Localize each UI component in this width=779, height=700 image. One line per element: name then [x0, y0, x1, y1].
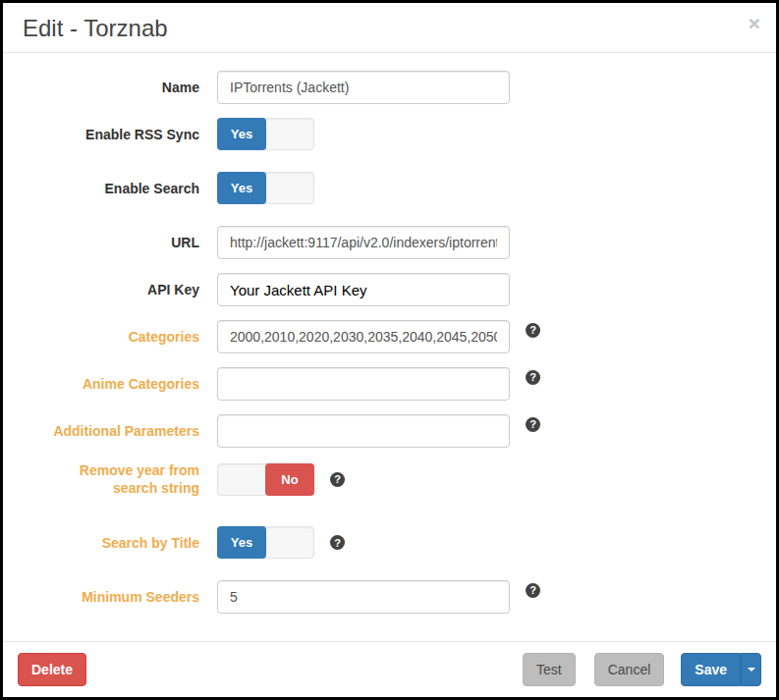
- minimum-seeders-input[interactable]: [217, 580, 510, 614]
- minimum-seeders-help-icon[interactable]: ?: [526, 583, 540, 598]
- save-button[interactable]: Save: [681, 653, 741, 686]
- toggle-state-label: Yes: [217, 526, 266, 559]
- api-key-input[interactable]: [217, 273, 510, 306]
- remove-year-toggle[interactable]: No: [217, 463, 314, 496]
- field-row-minimum-seeders: Minimum Seeders ?: [3, 580, 776, 614]
- additional-parameters-label: Additional Parameters: [3, 422, 199, 440]
- modal-header: Edit - Torznab ×: [3, 3, 776, 53]
- categories-help-icon[interactable]: ?: [526, 323, 540, 338]
- api-key-label: API Key: [3, 281, 199, 298]
- anime-categories-help-icon[interactable]: ?: [526, 370, 540, 385]
- field-row-search-by-title: Search by Title Yes ?: [3, 526, 776, 559]
- categories-input[interactable]: [217, 320, 510, 353]
- additional-parameters-help-icon[interactable]: ?: [526, 417, 540, 432]
- categories-label: Categories: [3, 328, 199, 346]
- name-input[interactable]: [217, 71, 510, 104]
- field-row-enable-rss-sync: Enable RSS Sync Yes: [3, 118, 776, 150]
- search-by-title-toggle[interactable]: Yes: [217, 526, 314, 559]
- save-button-group: Save: [681, 653, 761, 686]
- search-by-title-label: Search by Title: [3, 534, 199, 552]
- field-row-categories: Categories ?: [3, 320, 776, 353]
- save-dropdown-toggle[interactable]: [741, 653, 761, 686]
- edit-torznab-modal: Edit - Torznab × Name Enable RSS Sync Ye…: [0, 0, 779, 700]
- field-row-additional-parameters: Additional Parameters ?: [3, 414, 776, 448]
- enable-rss-sync-label: Enable RSS Sync: [3, 126, 199, 143]
- anime-categories-label: Anime Categories: [3, 375, 199, 393]
- field-row-enable-search: Enable Search Yes: [3, 172, 776, 204]
- field-row-remove-year: Remove year from search string No ?: [3, 461, 776, 497]
- minimum-seeders-label: Minimum Seeders: [3, 588, 199, 606]
- cancel-button[interactable]: Cancel: [594, 653, 665, 686]
- field-row-url: URL: [3, 226, 776, 259]
- toggle-state-label: No: [265, 463, 314, 496]
- toggle-state-label: Yes: [217, 172, 266, 204]
- field-row-api-key: API Key: [3, 273, 776, 306]
- additional-parameters-input[interactable]: [217, 414, 510, 448]
- remove-year-label: Remove year from search string: [3, 461, 199, 497]
- caret-down-icon: [748, 668, 755, 672]
- enable-search-label: Enable Search: [3, 180, 199, 197]
- enable-search-toggle[interactable]: Yes: [217, 172, 314, 204]
- field-row-anime-categories: Anime Categories ?: [3, 367, 776, 401]
- search-by-title-help-icon[interactable]: ?: [330, 535, 345, 550]
- anime-categories-input[interactable]: [217, 367, 510, 401]
- close-icon[interactable]: ×: [749, 13, 760, 33]
- modal-body: Name Enable RSS Sync Yes Enable Search Y…: [3, 53, 776, 641]
- field-row-name: Name: [3, 71, 776, 104]
- test-button[interactable]: Test: [523, 653, 576, 686]
- toggle-state-label: Yes: [217, 118, 266, 150]
- url-input[interactable]: [217, 226, 510, 259]
- remove-year-help-icon[interactable]: ?: [330, 472, 345, 487]
- enable-rss-sync-toggle[interactable]: Yes: [217, 118, 314, 150]
- url-label: URL: [3, 234, 199, 251]
- modal-title: Edit - Torznab: [23, 15, 756, 41]
- name-label: Name: [3, 79, 199, 96]
- delete-button[interactable]: Delete: [18, 653, 86, 686]
- modal-footer: Delete Test Cancel Save: [3, 641, 776, 697]
